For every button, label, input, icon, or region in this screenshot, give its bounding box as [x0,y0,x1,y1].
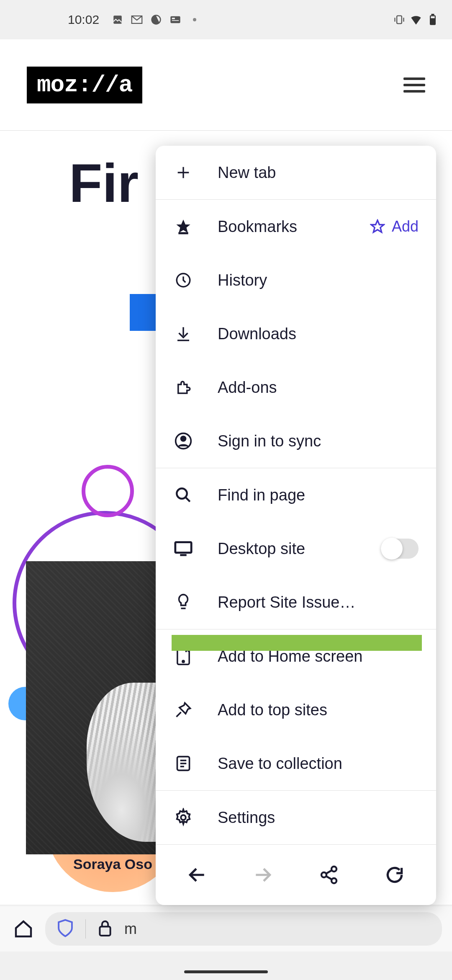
menu-report-issue[interactable]: Report Site Issue… [156,575,436,629]
menu-label: Find in page [218,486,419,504]
add-label: Add [392,218,419,235]
menu-find[interactable]: Find in page [156,468,436,522]
gesture-handle[interactable] [184,970,268,973]
nav-share-button[interactable] [317,863,341,887]
menu-addons[interactable]: Add-ons [156,361,436,414]
plus-icon [173,162,193,183]
puzzle-icon [173,377,193,397]
site-menu-button[interactable] [403,77,425,93]
menu-label: Save to collection [218,755,419,773]
address-pill[interactable]: m [45,912,442,946]
menu-label: Add to top sites [218,701,419,719]
menu-bookmarks[interactable]: Bookmarks Add [156,200,436,253]
svg-line-37 [326,870,332,874]
desktop-icon [173,539,193,559]
collection-icon [173,753,193,774]
gmail-icon [131,14,143,26]
firefox-icon [150,14,162,26]
pin-icon [173,700,193,720]
menu-new-tab[interactable]: New tab [156,146,436,199]
menu-label: Sign in to sync [218,432,419,450]
photo-caption: Soraya Oso [73,856,152,872]
svg-rect-7 [397,16,402,24]
menu-add-top-sites[interactable]: Add to top sites [156,683,436,737]
account-icon [173,431,193,451]
status-time: 10:02 [68,13,99,27]
status-left: 10:02 [13,13,200,27]
svg-line-26 [177,712,181,717]
desktop-site-toggle[interactable] [381,539,419,559]
history-icon [173,270,193,290]
svg-point-19 [177,488,187,499]
separator [85,919,86,939]
menu-label: New tab [218,164,419,182]
svg-rect-15 [178,232,188,234]
svg-rect-21 [175,542,191,553]
url-text: m [124,920,137,938]
menu-label: Downloads [218,325,419,343]
bookmark-icon [173,217,193,237]
svg-line-38 [326,876,332,879]
status-right [393,14,439,26]
svg-point-36 [331,878,336,883]
menu-label: Add-ons [218,379,419,397]
menu-nav-row [156,844,436,905]
mozilla-logo[interactable]: moz://a [27,67,142,103]
svg-line-20 [185,497,190,502]
svg-point-31 [181,815,186,820]
menu-downloads[interactable]: Downloads [156,307,436,361]
svg-point-6 [193,18,196,21]
svg-point-18 [181,436,186,441]
shield-icon [57,918,74,939]
svg-rect-39 [100,926,110,936]
svg-point-35 [331,867,336,872]
highlight-overlay [172,635,422,651]
wifi-icon [410,14,422,26]
menu-label: Settings [218,809,419,827]
menu-history[interactable]: History [156,253,436,307]
menu-desktop-site[interactable]: Desktop site [156,522,436,575]
download-icon [173,324,193,344]
lock-icon [98,919,113,939]
svg-rect-12 [431,16,434,18]
browser-menu: New tab Bookmarks Add History Downloads … [156,146,436,905]
svg-rect-5 [172,20,179,21]
gear-icon [173,807,193,828]
vibrate-icon [393,14,405,26]
page-header: moz://a [0,39,452,131]
bookmark-add-button[interactable]: Add [370,218,419,235]
bulb-icon [173,592,193,612]
svg-rect-11 [431,14,434,15]
url-bar: m [0,906,452,952]
svg-point-34 [321,872,326,877]
home-button[interactable] [10,916,37,942]
menu-label: Desktop site [218,540,381,558]
svg-point-25 [182,660,184,662]
search-icon [173,485,193,505]
dot-icon [189,14,200,26]
svg-rect-4 [172,18,175,19]
nav-reload-button[interactable] [383,863,406,887]
nav-back-button[interactable] [185,863,209,887]
menu-settings[interactable]: Settings [156,791,436,844]
photos-icon [112,14,123,26]
menu-label: Bookmarks [218,218,370,236]
news-icon [170,14,181,26]
menu-label: Report Site Issue… [218,593,419,611]
battery-icon [427,14,439,26]
svg-rect-3 [170,16,180,23]
menu-sync[interactable]: Sign in to sync [156,414,436,468]
status-bar: 10:02 [0,0,452,39]
menu-label: History [218,271,419,289]
menu-save-collection[interactable]: Save to collection [156,737,436,790]
nav-forward-button[interactable] [251,863,275,887]
